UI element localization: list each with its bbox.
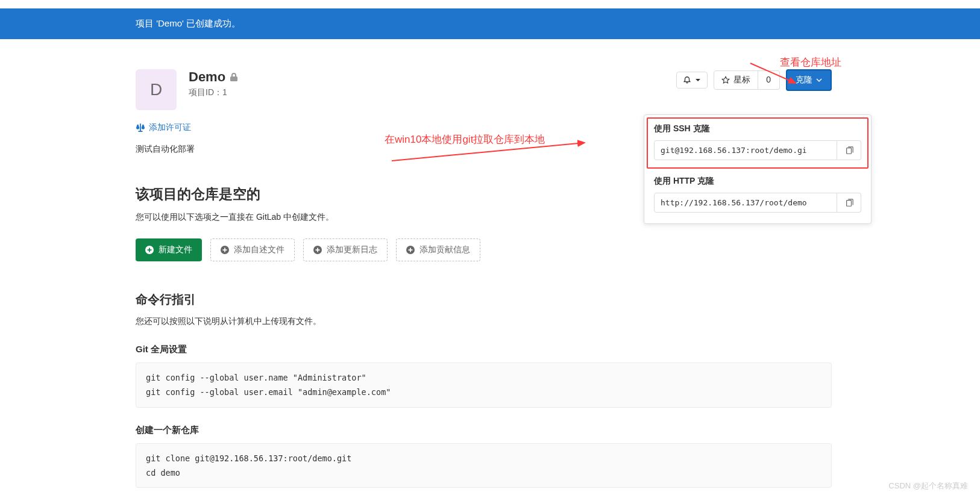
clone-http-label: 使用 HTTP 克隆 bbox=[654, 176, 861, 187]
star-icon bbox=[721, 76, 730, 84]
git-global-title: Git 全局设置 bbox=[136, 344, 832, 355]
cli-title: 命令行指引 bbox=[136, 291, 832, 308]
license-text: 添加许可证 bbox=[149, 122, 191, 133]
star-group: 星标 0 bbox=[714, 70, 780, 90]
new-repo-code: git clone git@192.168.56.137:root/demo.g… bbox=[136, 443, 832, 488]
chevron-down-icon bbox=[695, 77, 701, 83]
star-label: 星标 bbox=[733, 75, 750, 86]
svg-rect-1 bbox=[846, 200, 851, 206]
git-global-code: git config --global user.name "Administr… bbox=[136, 363, 832, 408]
add-readme-label: 添加自述文件 bbox=[234, 244, 284, 255]
copy-icon bbox=[845, 146, 853, 155]
project-title: Demo bbox=[189, 69, 237, 85]
plus-icon bbox=[406, 246, 415, 254]
add-contrib-button[interactable]: 添加贡献信息 bbox=[396, 238, 480, 261]
add-changelog-label: 添加更新日志 bbox=[327, 244, 377, 255]
notification-dropdown[interactable] bbox=[676, 72, 708, 89]
scale-icon bbox=[136, 123, 145, 132]
plus-icon bbox=[145, 246, 154, 254]
annotation-view-repo: 查看仓库地址 bbox=[780, 55, 841, 69]
clone-button[interactable]: 克隆 bbox=[786, 69, 832, 91]
clone-ssh-label: 使用 SSH 克隆 bbox=[654, 123, 861, 134]
chevron-down-icon bbox=[816, 77, 822, 83]
clone-popup: 使用 SSH 克隆 使用 HTTP 克隆 bbox=[644, 114, 872, 224]
project-name: Demo bbox=[189, 69, 225, 85]
cli-subtitle: 您还可以按照以下说明从计算机中上传现有文件。 bbox=[136, 316, 832, 327]
svg-rect-0 bbox=[846, 148, 851, 154]
annotation-pull-local: 在win10本地使用git拉取仓库到本地 bbox=[385, 132, 545, 146]
star-button[interactable]: 星标 bbox=[714, 70, 758, 90]
new-file-button[interactable]: 新建文件 bbox=[136, 238, 202, 261]
clone-http-input[interactable] bbox=[654, 193, 837, 213]
new-file-label: 新建文件 bbox=[159, 244, 192, 255]
copy-http-button[interactable] bbox=[837, 193, 861, 213]
plus-icon bbox=[221, 246, 229, 254]
star-count: 0 bbox=[758, 70, 780, 90]
copy-icon bbox=[845, 199, 853, 207]
bell-icon bbox=[683, 76, 691, 84]
clone-ssh-input[interactable] bbox=[654, 140, 837, 160]
watermark: CSDN @起个名称真难 bbox=[888, 481, 968, 491]
add-license-link[interactable]: 添加许可证 bbox=[136, 122, 191, 133]
project-id: 项目ID：1 bbox=[189, 87, 237, 98]
success-banner: 项目 'Demo' 已创建成功。 bbox=[0, 8, 980, 39]
add-readme-button[interactable]: 添加自述文件 bbox=[210, 238, 295, 261]
clone-label: 克隆 bbox=[796, 75, 812, 86]
add-changelog-button[interactable]: 添加更新日志 bbox=[303, 238, 388, 261]
project-avatar: D bbox=[136, 69, 177, 110]
lock-icon bbox=[230, 73, 237, 81]
copy-ssh-button[interactable] bbox=[837, 140, 861, 160]
plus-icon bbox=[313, 246, 322, 254]
new-repo-title: 创建一个新仓库 bbox=[136, 425, 832, 436]
project-header: D Demo 项目ID：1 bbox=[136, 69, 832, 110]
add-contrib-label: 添加贡献信息 bbox=[419, 244, 470, 255]
